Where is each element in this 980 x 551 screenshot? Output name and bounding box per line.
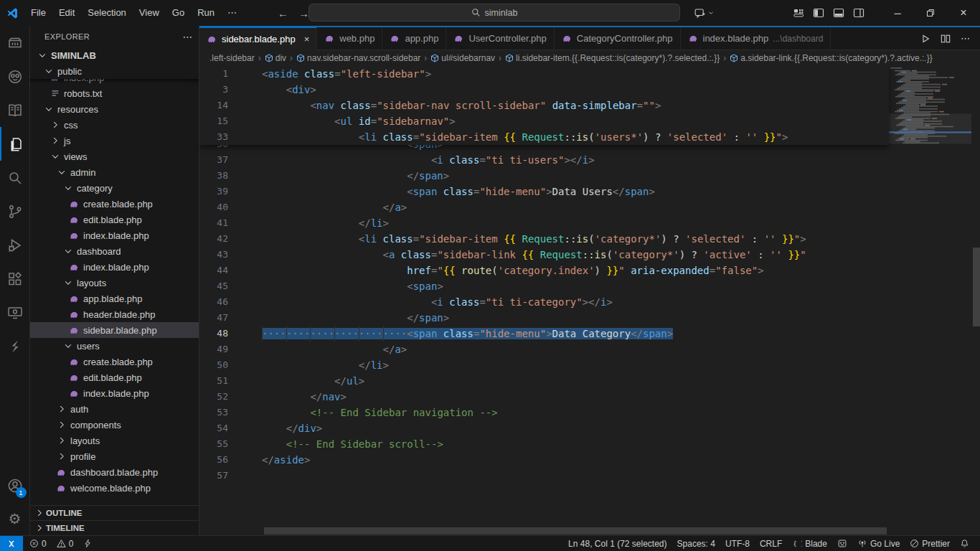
code-line-15[interactable]: 15<ul id="sidebarnav"> (199, 113, 889, 129)
activitybar-remote-explorer-icon[interactable] (0, 296, 30, 329)
statusbar-encoding[interactable]: UTF-8 (720, 536, 755, 551)
tab-sidebar-blade-php[interactable]: sidebar.blade.php× (199, 27, 317, 50)
toggle-panel-left-icon[interactable] (812, 7, 825, 19)
tab-UserController-php[interactable]: UserController.php (446, 27, 554, 50)
code-line-42[interactable]: 42<li class="sidebar-item {{ Request::is… (199, 231, 889, 247)
tree-item-users[interactable]: users (30, 338, 199, 354)
code-line-3[interactable]: 3<div> (199, 82, 889, 98)
tab-web-php[interactable]: web.php (317, 27, 382, 50)
code-line-55[interactable]: 55<!-- End Sidebar scroll--> (199, 436, 889, 452)
code-line-37[interactable]: 37<i class="ti ti-users"></i> (199, 152, 889, 168)
back-arrow-icon[interactable]: ← (278, 7, 288, 19)
tree-item-js[interactable]: js (30, 133, 199, 149)
tree-item-public[interactable]: public (30, 63, 199, 79)
menu-selection[interactable]: Selection (81, 0, 132, 26)
code-line-44[interactable]: 44href="{{ route('category.index') }}" a… (199, 263, 889, 278)
tree-root[interactable]: SIMINLAB (30, 47, 199, 63)
code-line-48[interactable]: 48························<span class="h… (199, 326, 889, 342)
close-button[interactable]: × (947, 0, 980, 26)
menu-view[interactable]: View (133, 0, 166, 26)
code-line-47[interactable]: 47</span> (199, 310, 889, 326)
code-line-39[interactable]: 39<span class="hide-menu">Data Users</sp… (199, 184, 889, 199)
section-timeline[interactable]: TIMELINE (30, 520, 199, 535)
restore-button[interactable] (914, 0, 947, 26)
activitybar-monkey-icon[interactable] (0, 60, 30, 93)
tab-index-blade-php[interactable]: index.blade.php...\dashboard (681, 27, 831, 50)
tree-item-category[interactable]: category (30, 180, 199, 196)
statusbar-indentation[interactable]: Spaces: 4 (672, 536, 720, 551)
tree-item-admin[interactable]: admin (30, 164, 199, 180)
statusbar-go-live[interactable]: Go Live (852, 536, 905, 551)
toggle-panel-bottom-icon[interactable] (832, 7, 845, 19)
forward-arrow-icon[interactable]: → (298, 7, 309, 19)
statusbar-language-mode[interactable]: { }Blade (787, 536, 832, 551)
code-line-43[interactable]: 43<a class="sidebar-link {{ Request::is(… (199, 247, 889, 263)
tree-item-profile[interactable]: profile (30, 448, 199, 464)
statusbar-ports[interactable] (832, 536, 852, 551)
tree-item-dashboard[interactable]: dashboard (30, 243, 199, 259)
tree-item-edit-blade-php[interactable]: edit.blade.php (30, 369, 199, 385)
tree-item-views[interactable]: views (30, 149, 199, 164)
horizontal-scrollbar[interactable] (264, 527, 887, 534)
tab-CategoryController-php[interactable]: CategoryController.php (555, 27, 681, 50)
statusbar-zap[interactable] (78, 536, 97, 551)
tree-item-dashboard-blade-php[interactable]: dashboard.blade.php (30, 464, 199, 480)
split-editor-icon[interactable] (941, 34, 951, 44)
code-line-57[interactable]: 57 (199, 468, 889, 484)
menu-file[interactable]: File (24, 0, 52, 26)
tree-item-create-blade-php[interactable]: create.blade.php (30, 354, 199, 369)
code-line-54[interactable]: 54</div> (199, 420, 889, 436)
tree-item-css[interactable]: css (30, 117, 199, 133)
activitybar-run-debug-icon[interactable] (0, 228, 30, 262)
code-editor[interactable]: 1<aside class="left-sidebar">3<div>14<na… (199, 66, 980, 535)
breadcrumb-item[interactable]: ul#sidebarnav (430, 53, 495, 63)
activitybar-extensions-icon[interactable] (0, 262, 30, 296)
section-outline[interactable]: OUTLINE (30, 505, 199, 520)
more-actions-icon[interactable]: ⋯ (961, 33, 970, 44)
statusbar-cursor-position[interactable]: Ln 48, Col 1 (72 selected) (563, 536, 672, 551)
tree-item-index-blade-php[interactable]: index.blade.php (30, 259, 199, 275)
activitybar-explorer-icon[interactable] (0, 127, 30, 161)
code-line-33[interactable]: 33<li class="sidebar-item {{ Request::is… (199, 129, 889, 145)
copilot-menu[interactable] (694, 7, 715, 19)
tree-item-auth[interactable]: auth (30, 401, 199, 417)
activitybar-search-icon[interactable] (0, 161, 30, 194)
statusbar-warnings[interactable]: 0 (52, 536, 79, 551)
code-line-46[interactable]: 46<i class="ti ti-category"></i> (199, 294, 889, 310)
tree-item-create-blade-php[interactable]: create.blade.php (30, 196, 199, 212)
activitybar-book-icon[interactable] (0, 93, 30, 127)
code-line-40[interactable]: 40</a> (199, 199, 889, 215)
breadcrumb-item[interactable]: a.sidebar-link.{{.Request::is(category*)… (730, 53, 932, 63)
explorer-more-icon[interactable]: ⋯ (183, 31, 193, 42)
code-line-41[interactable]: 41</li> (199, 215, 889, 231)
statusbar-errors[interactable]: 0 (24, 536, 52, 551)
tree-item-header-blade-php[interactable]: header.blade.php (30, 306, 199, 322)
tree-item-app-blade-php[interactable]: app.blade.php (30, 291, 199, 306)
breadcrumb-item[interactable]: li.sidebar-item.{{.Request::is(category*… (505, 53, 720, 63)
code-line-45[interactable]: 45<span> (199, 278, 889, 294)
tree-item-resources[interactable]: resources (30, 101, 199, 117)
code-line-38[interactable]: 38</span> (199, 168, 889, 184)
code-line-51[interactable]: 51</ul> (199, 373, 889, 389)
customize-layout-icon[interactable] (792, 7, 805, 19)
toggle-panel-right-icon[interactable] (852, 7, 865, 19)
tree-item-index-blade-php[interactable]: index.blade.php (30, 227, 199, 243)
tab-app-php[interactable]: app.php (382, 27, 446, 50)
activitybar-source-control-icon[interactable] (0, 194, 30, 228)
tree-item-welcome-blade-php[interactable]: welcome.blade.php (30, 480, 199, 496)
breadcrumb-item[interactable]: .left-sidebar (209, 53, 255, 63)
run-icon[interactable] (920, 34, 930, 44)
activitybar-s-slash-icon[interactable] (0, 329, 30, 363)
close-icon[interactable]: × (304, 34, 310, 44)
code-line-14[interactable]: 14<nav class="sidebar-nav scroll-sidebar… (199, 98, 889, 113)
breadcrumb-item[interactable]: div (265, 53, 286, 63)
minimize-button[interactable]: ─ (881, 0, 914, 26)
menu-run[interactable]: Run (191, 0, 221, 26)
account-icon[interactable]: 1 (0, 469, 30, 502)
code-line-53[interactable]: 53<!-- End Sidebar navigation --> (199, 405, 889, 420)
tree-item-edit-blade-php[interactable]: edit.blade.php (30, 212, 199, 227)
code-line-49[interactable]: 49</a> (199, 342, 889, 357)
menu-edit[interactable]: Edit (52, 0, 81, 26)
statusbar-prettier[interactable]: Prettier (905, 536, 955, 551)
tree-item-index-blade-php[interactable]: index.blade.php (30, 385, 199, 401)
